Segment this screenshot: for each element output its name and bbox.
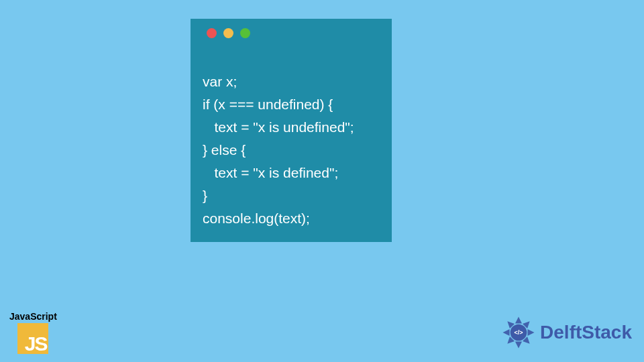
code-line: } bbox=[203, 188, 207, 203]
code-window: var x; if (x === undefined) { text = "x … bbox=[191, 19, 392, 242]
code-line: var x; bbox=[203, 74, 237, 89]
traffic-light-green-icon bbox=[240, 28, 250, 38]
code-block: var x; if (x === undefined) { text = "x … bbox=[203, 48, 380, 230]
brand-name: DelftStack bbox=[540, 322, 632, 343]
brand-code-glyph: </> bbox=[515, 329, 523, 336]
code-line: text = "x is undefined"; bbox=[203, 119, 354, 135]
code-line: text = "x is defined"; bbox=[203, 165, 338, 180]
code-line: if (x === undefined) { bbox=[203, 97, 333, 112]
svg-marker-0 bbox=[515, 316, 522, 323]
traffic-light-yellow-icon bbox=[223, 28, 233, 38]
svg-marker-4 bbox=[515, 341, 522, 348]
traffic-light-red-icon bbox=[207, 28, 217, 38]
delftstack-brand: </> DelftStack bbox=[500, 314, 632, 351]
svg-marker-2 bbox=[528, 329, 535, 336]
window-traffic-lights bbox=[207, 28, 380, 38]
javascript-logo-icon: JS bbox=[17, 323, 48, 354]
code-line: console.log(text); bbox=[203, 210, 310, 226]
javascript-badge: JavaScript JS bbox=[9, 311, 57, 354]
code-line: } else { bbox=[203, 142, 246, 158]
javascript-logo-text: JS bbox=[25, 333, 47, 355]
brand-rosette-icon: </> bbox=[500, 314, 537, 351]
svg-marker-6 bbox=[503, 329, 510, 336]
javascript-label: JavaScript bbox=[9, 311, 57, 322]
